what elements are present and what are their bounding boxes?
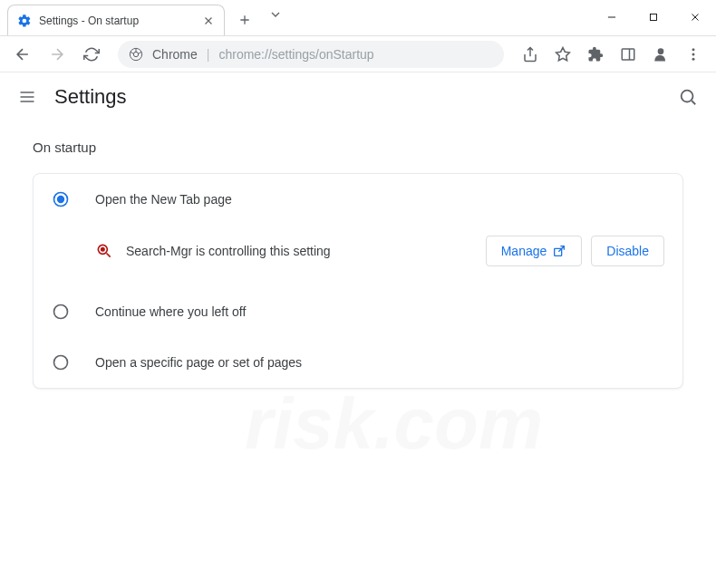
search-icon[interactable] [678,87,698,107]
settings-content: Settings On startup Open the New Tab pag… [0,72,716,407]
radio-label: Open a specific page or set of pages [95,355,302,370]
page-title: Settings [54,85,127,109]
startup-card: Open the New Tab page Search-Mgr is cont… [33,173,683,389]
address-url: chrome://settings/onStartup [218,47,373,62]
extension-notice: Search-Mgr is controlling this setting M… [34,225,682,286]
manage-button[interactable]: Manage [486,236,583,266]
tab-search-button[interactable] [257,0,294,22]
open-external-icon [552,244,566,258]
browser-toolbar: Chrome | chrome://settings/onStartup [0,36,716,72]
hamburger-icon[interactable] [18,88,36,106]
side-panel-button[interactable] [613,39,643,70]
disable-button[interactable]: Disable [591,236,664,266]
radio-unselected-icon [52,353,70,371]
browser-tab[interactable]: Settings - On startup [7,5,225,35]
section-title: On startup [33,140,683,155]
back-button[interactable] [7,39,38,70]
startup-section: On startup Open the New Tab page Search-… [0,121,716,407]
menu-button[interactable] [678,39,709,70]
radio-label: Continue where you left off [95,304,246,319]
svg-point-2 [133,52,138,56]
svg-point-10 [57,196,64,203]
extensions-button[interactable] [580,39,611,70]
radio-label: Open the New Tab page [95,192,232,207]
notice-text: Search-Mgr is controlling this setting [126,244,331,258]
maximize-button[interactable] [633,4,674,31]
close-window-button[interactable] [674,4,716,31]
manage-button-label: Manage [501,244,547,258]
new-tab-button[interactable] [232,7,257,33]
address-separator: | [207,47,210,62]
forward-button[interactable] [42,39,73,70]
svg-rect-0 [651,14,657,21]
profile-button[interactable] [645,39,676,70]
radio-selected-icon [52,190,70,208]
bookmark-button[interactable] [547,39,578,70]
svg-point-15 [54,356,68,370]
svg-point-8 [682,91,693,102]
notice-actions: Manage Disable [486,236,664,266]
svg-point-14 [54,305,68,319]
radio-option-continue[interactable]: Continue where you left off [34,286,682,337]
gear-icon [17,14,32,28]
radio-unselected-icon [52,303,70,321]
svg-point-6 [692,53,695,55]
settings-header: Settings [0,72,716,121]
svg-point-4 [658,48,664,54]
reload-button[interactable] [76,39,107,70]
radio-option-new-tab[interactable]: Open the New Tab page [34,174,682,225]
close-icon[interactable] [202,14,215,27]
tab-title: Settings - On startup [39,14,139,27]
address-bar[interactable]: Chrome | chrome://settings/onStartup [118,41,504,68]
magnifier-warning-icon [95,242,113,260]
disable-button-label: Disable [606,244,649,258]
window-titlebar: Settings - On startup [0,0,716,36]
minimize-button[interactable] [591,4,633,31]
svg-point-7 [692,57,695,60]
svg-point-12 [102,248,104,251]
address-prefix: Chrome [152,47,198,62]
chrome-logo-icon [129,47,143,62]
svg-point-5 [692,48,695,51]
svg-rect-3 [622,49,634,60]
radio-option-specific[interactable]: Open a specific page or set of pages [34,337,682,388]
share-button[interactable] [515,39,546,70]
window-controls [591,0,716,31]
